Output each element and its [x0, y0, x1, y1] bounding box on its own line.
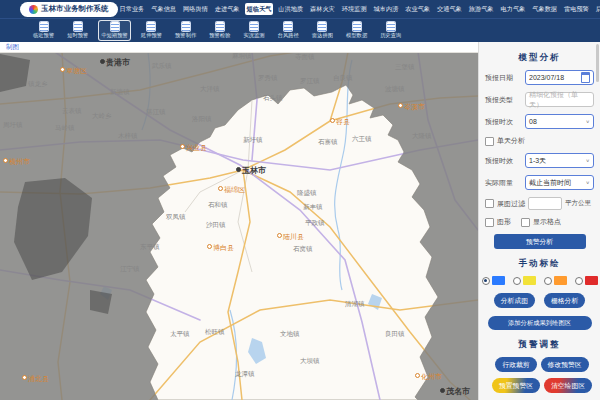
toolbar-item-历史查询[interactable]: 历史查询	[377, 20, 404, 41]
document-icon	[111, 22, 119, 31]
toolbar-item-label: 预警制作	[175, 32, 196, 39]
logo-globe-icon	[29, 5, 38, 14]
toolbar-item-label: 雷达拼图	[312, 32, 333, 39]
document-icon	[40, 22, 48, 31]
top-menu-item-雷电预警[interactable]: 雷电预警	[562, 3, 591, 15]
show-grid-label: 显示格点	[533, 217, 561, 227]
warning-adjust-title: 预警调整	[479, 339, 600, 351]
top-menu-item-走进气象[interactable]: 走进气象	[213, 3, 242, 15]
adjust-button-行政裁剪[interactable]: 行政裁剪	[495, 357, 536, 372]
top-menu-item-日常业务[interactable]: 日常业务	[118, 3, 147, 15]
module-toolbar: 临近预警短时预警中短期预警延伸预警预警制作预警检验实况监测台风路径雷达拼图模型数…	[0, 18, 600, 42]
top-menu-item-气象信息[interactable]: 气象信息	[149, 3, 178, 15]
area-filter-label: 展图过滤	[497, 199, 525, 209]
top-menu-item-电力气象[interactable]: 电力气象	[499, 3, 528, 15]
plot-color-radio-yellow[interactable]	[513, 277, 521, 285]
toolbar-item-label: 延伸预警	[141, 32, 162, 39]
forecast-period-select[interactable]: 1-3天 ∨	[525, 153, 594, 168]
app-logo[interactable]: 玉林市业务制作系统	[20, 2, 118, 17]
display-options-row: 图形 显示格点	[479, 217, 600, 227]
warning-analysis-button[interactable]: 预警分析	[494, 234, 586, 249]
actual-rain-row: 实际雨量 截止当前时间 ∨	[479, 175, 600, 190]
area-filter-input[interactable]	[528, 197, 562, 210]
forecast-hour-label: 预报时次	[485, 117, 525, 127]
manual-plot-title: 手动标绘	[479, 258, 600, 270]
forecast-hour-value: 08	[529, 118, 537, 125]
panel-scrollbar[interactable]	[596, 44, 599, 82]
toolbar-item-延伸预警[interactable]: 延伸预警	[138, 20, 165, 41]
plot-color-option-red[interactable]	[575, 276, 598, 285]
toolbar-item-预警检验[interactable]: 预警检验	[206, 20, 233, 41]
manual-plot-buttons: 分析成图栅格分析	[479, 293, 600, 308]
document-icon	[387, 22, 395, 31]
shape-label: 图形	[497, 217, 511, 227]
adjust-button-预置预警区[interactable]: 预置预警区	[492, 378, 540, 393]
toolbar-item-短时预警[interactable]: 短时预警	[64, 20, 91, 41]
top-menu-item-旅游气象[interactable]: 旅游气象	[467, 3, 496, 15]
toolbar-item-中短期预警[interactable]: 中短期预警	[98, 20, 130, 41]
top-menu-item-农业气象[interactable]: 农业气象	[403, 3, 432, 15]
toolbar-item-label: 短时预警	[67, 32, 88, 39]
single-day-checkbox[interactable]	[485, 137, 494, 146]
plot-color-radio-orange[interactable]	[544, 277, 552, 285]
toolbar-item-雷达拼图[interactable]: 雷达拼图	[309, 20, 336, 41]
add-analysis-result-button[interactable]: 添加分析成果到绘图区	[488, 316, 592, 330]
top-menu: 日常业务气象信息网络舆情走进气象短临天气山洪地质森林火灾环境监测城市内涝农业气象…	[118, 3, 600, 15]
area-filter-unit: 平方公里	[565, 199, 591, 208]
document-icon	[216, 22, 224, 31]
manual-button-栅格分析[interactable]: 栅格分析	[544, 293, 585, 308]
plot-color-options	[479, 276, 600, 285]
document-icon	[250, 22, 258, 31]
document-icon	[74, 22, 82, 31]
adjust-button-修改预警区[interactable]: 修改预警区	[541, 357, 589, 372]
actual-rain-select[interactable]: 截止当前时间 ∨	[525, 175, 594, 190]
top-menu-item-短临天气[interactable]: 短临天气	[245, 3, 274, 15]
forecast-period-label: 预报时效	[485, 156, 525, 166]
plot-color-radio-red[interactable]	[575, 277, 583, 285]
top-menu-item-后台管理[interactable]: 后台管理	[594, 3, 600, 15]
area-filter-checkbox[interactable]	[485, 199, 494, 208]
plot-color-swatch-red	[585, 276, 598, 285]
toolbar-item-实况监测[interactable]: 实况监测	[240, 20, 267, 41]
document-icon	[147, 22, 155, 31]
single-day-row: 单天分析	[479, 136, 600, 146]
top-menu-item-网络舆情[interactable]: 网络舆情	[181, 3, 210, 15]
manual-button-分析成图[interactable]: 分析成图	[494, 293, 535, 308]
forecast-type-row: 预报类型 精细化预报（单天）	[479, 92, 600, 107]
map-graphic	[0, 42, 478, 400]
area-filter-row: 展图过滤 平方公里	[479, 197, 600, 210]
plot-color-option-orange[interactable]	[544, 276, 567, 285]
plot-color-swatch-blue	[492, 276, 505, 285]
toolbar-item-label: 实况监测	[243, 32, 264, 39]
plot-color-option-yellow[interactable]	[513, 276, 536, 285]
adjust-button-清空绘图区[interactable]: 清空绘图区	[544, 378, 592, 393]
forecast-hour-select[interactable]: 08 ∨	[525, 114, 594, 129]
plot-color-option-blue[interactable]	[482, 276, 505, 285]
top-menu-item-山洪地质[interactable]: 山洪地质	[276, 3, 305, 15]
top-menu-item-环境监测[interactable]: 环境监测	[340, 3, 369, 15]
forecast-date-label: 预报日期	[485, 73, 525, 83]
subbar-link[interactable]: 制图	[6, 43, 19, 52]
forecast-period-row: 预报时效 1-3天 ∨	[479, 153, 600, 168]
actual-rain-label: 实际雨量	[485, 178, 525, 188]
plot-color-radio-blue[interactable]	[482, 277, 490, 285]
toolbar-item-模型数据[interactable]: 模型数据	[343, 20, 370, 41]
chevron-down-icon: ∨	[586, 180, 590, 185]
map-canvas[interactable]: 镇龙乡新塘镇云表镇大岭乡马岭镇周圩镇木梓镇武乐镇大洋镇麻垌镇罗秀镇寺面镇罗江镇自…	[0, 42, 478, 400]
toolbar-item-台风路径[interactable]: 台风路径	[275, 20, 302, 41]
document-icon	[284, 22, 292, 31]
panel-title: 模型分析	[479, 52, 600, 64]
toolbar-item-预警制作[interactable]: 预警制作	[172, 20, 199, 41]
single-day-label: 单天分析	[497, 136, 525, 146]
document-icon	[353, 22, 361, 31]
toolbar-item-临近预警[interactable]: 临近预警	[30, 20, 57, 41]
shape-checkbox[interactable]	[485, 218, 494, 227]
top-menu-item-城市内涝[interactable]: 城市内涝	[372, 3, 401, 15]
forecast-type-input: 精细化预报（单天）	[525, 92, 594, 107]
forecast-date-input[interactable]: 2023/07/18	[525, 70, 594, 85]
top-menu-item-森林火灾[interactable]: 森林火灾	[308, 3, 337, 15]
top-menu-item-气象数据[interactable]: 气象数据	[530, 3, 559, 15]
show-grid-checkbox[interactable]	[521, 218, 530, 227]
top-menu-item-交通气象[interactable]: 交通气象	[435, 3, 464, 15]
chevron-down-icon: ∨	[586, 119, 590, 124]
